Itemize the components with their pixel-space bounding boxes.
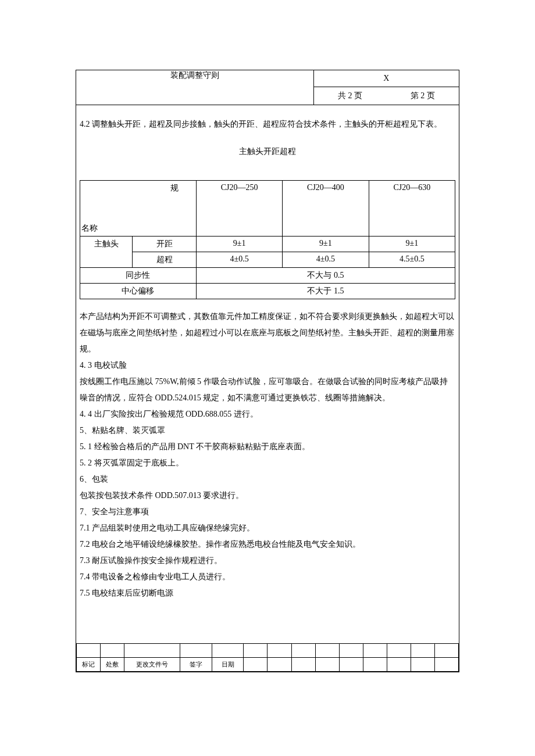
rev-label-count: 处敷: [101, 658, 124, 672]
body-para: 本产品结构为开距不可调整式，其数值靠元件加工精度保证，如不符合要求则须更换触头，…: [80, 309, 455, 357]
body-para: 5. 1 经检验合格后的产品用 DNT 不干胶商标贴粘贴于底座表面。: [80, 439, 455, 455]
row-sync-label: 同步性: [80, 268, 197, 284]
cell-val: 4±0.5: [196, 252, 282, 268]
body-cell: 4.2 调整触头开距，超程及同步接触，触头的开距、超程应符合技术条件，主触头的开…: [76, 105, 459, 672]
cell-val: 9±1: [196, 237, 282, 252]
document-frame: 装配调整守则 X 共 2 页 第 2 页 4.2 调整触头开距，超程及同步接触，…: [76, 70, 459, 672]
pages-total: 共 2 页: [314, 87, 387, 105]
body-para: 7、安全与注意事项: [80, 504, 455, 520]
body-para: 7.5 电校结束后应切断电源: [80, 585, 455, 601]
body-para: 5、粘贴名牌、装灭弧罩: [80, 422, 455, 439]
col-cj20-400: CJ20—400: [283, 180, 369, 237]
spec-table: 规 CJ20—250 CJ20—400 CJ20—630 名称 主触头 开距 9…: [80, 180, 455, 300]
page-current: 第 2 页: [386, 87, 459, 105]
body-para: 7.1 产品组装时使用之电动工具应确保绝缘完好。: [80, 520, 455, 536]
spec-header-spec: 规: [80, 180, 197, 221]
para-4-2: 4.2 调整触头开距，超程及同步接触，触头的开距、超程应符合技术条件，主触头的开…: [80, 117, 455, 132]
row-param-open: 开距: [133, 237, 197, 252]
doc-title-cell: 装配调整守则: [76, 70, 314, 105]
rev-label-mark: 标记: [77, 658, 101, 672]
doc-code: X: [314, 70, 459, 87]
col-cj20-250: CJ20—250: [196, 180, 282, 237]
revision-block: 标记 处敷 更改文件号 签字 日期: [76, 643, 459, 672]
rev-label-docno: 更改文件号: [124, 658, 180, 672]
rev-label-sign: 签字: [180, 658, 212, 672]
body-para: 7.2 电校台之地平铺设绝缘橡胶垫。操作者应熟悉电校台性能及电气安全知识。: [80, 536, 455, 553]
cell-val: 4.5±0.5: [369, 252, 455, 268]
body-para: 6、包装: [80, 471, 455, 488]
cell-val: 4±0.5: [283, 252, 369, 268]
body-spacer: [80, 601, 455, 642]
row-offset-val: 不大于 1.5: [196, 284, 455, 299]
spec-header-name: 名称: [80, 221, 197, 237]
rev-label-date: 日期: [212, 658, 244, 672]
doc-meta-cell: X 共 2 页 第 2 页: [313, 70, 459, 105]
body-para: 按线圈工作电压施以 75%W,前倾 5 作吸合动作试脸，应可靠吸合。在做吸合试验…: [80, 374, 455, 406]
body-para: 4. 3 电校试脸: [80, 357, 455, 374]
body-text: 本产品结构为开距不可调整式，其数值靠元件加工精度保证，如不符合要求则须更换触头，…: [80, 309, 455, 642]
cell-val: 9±1: [283, 237, 369, 252]
body-para: 7.3 耐压试脸操作按安全操作规程进行。: [80, 553, 455, 569]
col-cj20-630: CJ20—630: [369, 180, 455, 237]
spec-table-title: 主触头开距超程: [80, 146, 455, 157]
body-para: 5. 2 将灭弧罩固定于底板上。: [80, 455, 455, 471]
cell-val: 9±1: [369, 237, 455, 252]
row-sync-val: 不大与 0.5: [196, 268, 455, 284]
body-para: 包装按包装技术条件 ODD.507.013 要求进行。: [80, 488, 455, 504]
body-para: 7.4 带电设备之检修由专业电工人员进行。: [80, 569, 455, 585]
row-param-over: 超程: [133, 252, 197, 268]
body-para: 4. 4 出厂实险按出厂检验规范 ODD.688.055 进行。: [80, 406, 455, 422]
row-group-main-contact: 主触头: [80, 237, 133, 268]
row-offset-label: 中心偏移: [80, 284, 197, 299]
doc-title: 装配调整守则: [170, 71, 219, 80]
